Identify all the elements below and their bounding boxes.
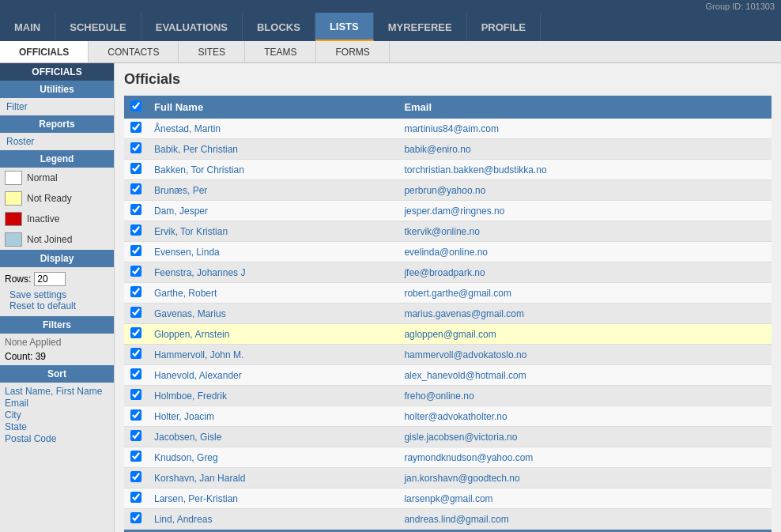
official-name-link[interactable]: Garthe, Robert: [154, 288, 217, 299]
select-all-checkbox[interactable]: [130, 100, 141, 111]
row-checkbox[interactable]: [130, 286, 141, 297]
row-checkbox[interactable]: [130, 204, 141, 215]
official-email-link[interactable]: babik@eniro.no: [404, 144, 470, 155]
official-name-link[interactable]: Hammervoll, John M.: [154, 349, 243, 360]
tab-blocks[interactable]: BLOCKS: [243, 13, 315, 41]
row-checkbox[interactable]: [130, 122, 141, 133]
tab-profile[interactable]: PROFILE: [467, 13, 541, 41]
row-name-cell: Larsen, Per-Kristian: [148, 489, 398, 509]
table-row: Brunæs, Perperbrun@yahoo.no: [124, 180, 772, 201]
official-email-link[interactable]: robert.garthe@gmail.com: [404, 288, 511, 299]
row-checkbox[interactable]: [130, 327, 141, 338]
tab-main[interactable]: MAIN: [0, 13, 55, 41]
reset-to-default-link[interactable]: Reset to default: [9, 300, 104, 311]
row-email-cell: tkervik@online.no: [398, 221, 772, 242]
subtab-teams[interactable]: TEAMS: [245, 41, 316, 62]
official-email-link[interactable]: jfee@broadpark.no: [404, 267, 485, 278]
sort-state[interactable]: State: [5, 421, 109, 432]
row-name-cell: Ervik, Tor Kristian: [148, 221, 398, 242]
official-name-link[interactable]: Dam, Jesper: [154, 206, 208, 217]
row-checkbox[interactable]: [130, 245, 141, 256]
tab-evaluations[interactable]: EVALUATIONS: [141, 13, 243, 41]
row-checkbox[interactable]: [130, 471, 141, 482]
official-name-link[interactable]: Brunæs, Per: [154, 185, 207, 196]
sidebar-filter[interactable]: Filter: [0, 98, 114, 115]
official-email-link[interactable]: tkervik@online.no: [404, 226, 480, 237]
official-email-link[interactable]: holter@advokatholter.no: [404, 411, 507, 422]
sort-city[interactable]: City: [5, 409, 109, 421]
row-email-cell: jfee@broadpark.no: [398, 262, 772, 283]
subtab-contacts[interactable]: CONTACTS: [89, 41, 179, 62]
official-name-link[interactable]: Bakken, Tor Christian: [154, 164, 244, 175]
row-checkbox[interactable]: [130, 368, 141, 379]
official-name-link[interactable]: Gavenas, Marius: [154, 308, 226, 319]
subtab-forms[interactable]: FORMS: [316, 41, 389, 62]
official-email-link[interactable]: gisle.jacobsen@victoria.no: [404, 432, 517, 443]
table-row: Larsen, Per-Kristianlarsenpk@gmail.com: [124, 489, 772, 509]
row-checkbox[interactable]: [130, 389, 141, 400]
official-name-link[interactable]: Knudson, Greg: [154, 452, 218, 463]
row-checkbox[interactable]: [130, 512, 141, 523]
row-email-cell: agloppen@gmail.com: [398, 324, 772, 345]
official-email-link[interactable]: torchristian.bakken@budstikka.no: [404, 164, 546, 175]
legend-normal: Normal: [0, 168, 114, 188]
tab-lists[interactable]: LISTS: [315, 13, 374, 41]
row-checkbox[interactable]: [130, 142, 141, 153]
tab-myreferee[interactable]: MYREFEREE: [374, 13, 467, 41]
row-checkbox[interactable]: [130, 492, 141, 503]
official-email-link[interactable]: agloppen@gmail.com: [404, 329, 496, 340]
official-email-link[interactable]: larsenpk@gmail.com: [404, 493, 492, 504]
official-email-link[interactable]: hammervoll@advokatoslo.no: [404, 349, 526, 360]
official-email-link[interactable]: perbrun@yahoo.no: [404, 185, 485, 196]
official-name-link[interactable]: Larsen, Per-Kristian: [154, 493, 238, 504]
save-settings-link[interactable]: Save settings: [9, 289, 104, 300]
row-checkbox[interactable]: [130, 409, 141, 421]
row-checkbox[interactable]: [130, 266, 141, 277]
sidebar-officials[interactable]: OFFICIALS: [0, 63, 114, 81]
rows-input[interactable]: [34, 272, 66, 286]
tab-schedule[interactable]: SCHEDULE: [55, 13, 141, 41]
official-email-link[interactable]: jan.korshavn@goodtech.no: [404, 473, 519, 484]
official-name-link[interactable]: Evensen, Linda: [154, 247, 220, 258]
row-check-cell: [124, 427, 148, 447]
subtab-sites[interactable]: SITES: [179, 41, 245, 62]
official-name-link[interactable]: Ånestad, Martin: [154, 123, 221, 134]
official-name-link[interactable]: Lind, Andreas: [154, 514, 212, 525]
row-checkbox[interactable]: [130, 163, 141, 174]
sort-email[interactable]: Email: [5, 398, 109, 409]
sort-section: Last Name, First Name Email City State P…: [0, 383, 114, 448]
table-row: Bakken, Tor Christiantorchristian.bakken…: [124, 160, 772, 180]
official-name-link[interactable]: Babik, Per Christian: [154, 144, 238, 155]
official-email-link[interactable]: freho@online.no: [404, 391, 474, 402]
row-checkbox[interactable]: [130, 224, 141, 236]
sort-postal-code[interactable]: Postal Code: [5, 433, 109, 444]
sidebar-roster[interactable]: Roster: [0, 133, 114, 150]
official-name-link[interactable]: Ervik, Tor Kristian: [154, 226, 228, 237]
official-name-link[interactable]: Holter, Joacim: [154, 411, 214, 422]
official-name-link[interactable]: Gloppen, Arnstein: [154, 329, 229, 340]
row-checkbox[interactable]: [130, 183, 141, 194]
official-email-link[interactable]: martinius84@aim.com: [404, 123, 499, 134]
row-checkbox[interactable]: [130, 451, 141, 462]
official-name-link[interactable]: Feenstra, Johannes J: [154, 267, 245, 278]
row-checkbox[interactable]: [130, 348, 141, 359]
row-email-cell: holter@advokatholter.no: [398, 406, 772, 427]
official-email-link[interactable]: alex_hanevold@hotmail.com: [404, 370, 526, 381]
sort-last-name[interactable]: Last Name, First Name: [5, 386, 109, 397]
legend-box-inactive: [5, 212, 22, 226]
official-email-link[interactable]: evelinda@online.no: [404, 247, 488, 258]
legend-box-not-joined: [5, 232, 22, 247]
official-email-link[interactable]: raymondknudson@yahoo.com: [404, 452, 533, 463]
subtab-officials[interactable]: OFFICIALS: [0, 41, 89, 62]
official-name-link[interactable]: Hanevold, Alexander: [154, 370, 242, 381]
row-checkbox[interactable]: [130, 430, 141, 441]
row-name-cell: Ånestad, Martin: [148, 119, 398, 139]
official-name-link[interactable]: Jacobsen, Gisle: [154, 432, 221, 443]
official-email-link[interactable]: andreas.lind@gmail.com: [404, 514, 508, 525]
official-name-link[interactable]: Holmboe, Fredrik: [154, 391, 227, 402]
official-email-link[interactable]: marius.gavenas@gmail.com: [404, 308, 524, 319]
row-checkbox[interactable]: [130, 307, 141, 318]
official-name-link[interactable]: Korshavn, Jan Harald: [154, 473, 245, 484]
official-email-link[interactable]: jesper.dam@ringnes.no: [404, 206, 504, 217]
row-name-cell: Brunæs, Per: [148, 180, 398, 201]
